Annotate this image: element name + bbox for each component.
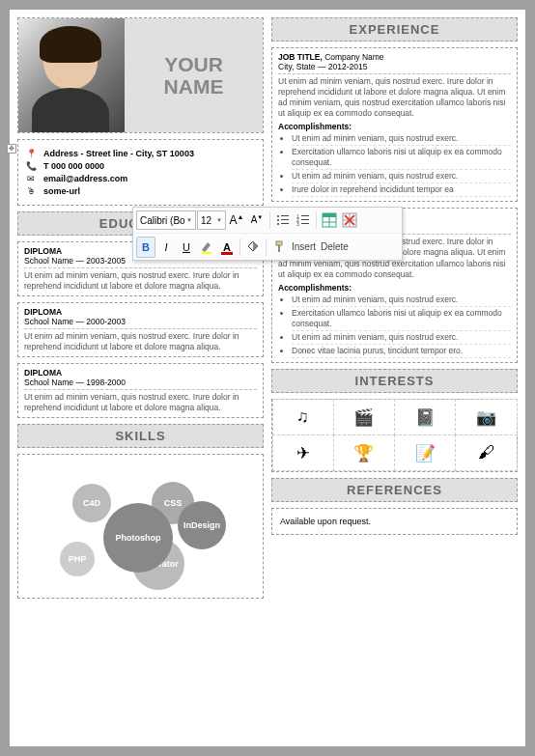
interests-grid[interactable]: ♫ 🎬 📓 📷 ✈ 🏆 📝 🖌	[271, 399, 518, 472]
skill-bubble: InDesign	[178, 501, 226, 549]
job-location: City, State — 2012-2015	[278, 62, 511, 74]
table-insert-icon[interactable]	[320, 210, 339, 231]
shading-button[interactable]	[243, 237, 263, 258]
chevron-down-icon: ▼	[216, 217, 222, 223]
plane-icon: ✈	[272, 434, 334, 471]
diploma-title: DIPLOMA	[24, 307, 257, 317]
interests-header[interactable]: INTERESTS	[271, 369, 518, 393]
grow-font-button[interactable]: A▲	[227, 210, 246, 231]
svg-point-2	[277, 219, 279, 221]
edu-body: Ut enim ad minim veniam, quis nostrud ex…	[24, 331, 257, 352]
mail-icon: ✉	[26, 174, 36, 183]
list-item: Ut enim ad minim veniam, quis nostrud ex…	[292, 132, 511, 146]
references-body[interactable]: Available upon request.	[271, 508, 518, 535]
font-color-button[interactable]: A	[217, 237, 237, 258]
svg-rect-1	[281, 215, 289, 216]
list-item: Ut enim ad minim veniam, quis nostrud ex…	[292, 331, 511, 345]
svg-text:3: 3	[296, 221, 299, 227]
svg-point-0	[277, 215, 279, 217]
music-icon: ♫	[272, 399, 334, 435]
experience-item[interactable]: JOB TITLE, Company Name City, State — 20…	[271, 47, 518, 202]
numbering-button[interactable]: 123	[294, 210, 313, 231]
skill-bubble: Photoshop	[103, 503, 173, 573]
bold-button[interactable]: B	[136, 237, 155, 258]
experience-header[interactable]: EXPERIENCE	[271, 17, 518, 42]
book-icon: 📓	[394, 399, 456, 435]
references-header[interactable]: REFERENCES	[271, 478, 518, 502]
accomplishments-list: Ut enim ad minim veniam, quis nostrud ex…	[278, 294, 511, 358]
document-page[interactable]: ✥ YOURNAME 📍Address - Street line - City…	[10, 10, 525, 746]
list-item: Ut enim ad minim veniam, quis nostrud ex…	[292, 170, 511, 183]
education-item[interactable]: DIPLOMA School Name — 1998-2000 Ut enim …	[17, 363, 264, 418]
list-item: Ut enim ad minim veniam, quis nostrud ex…	[292, 294, 511, 307]
film-icon: 🎬	[333, 399, 395, 435]
job-title: JOB TITLE,	[278, 52, 323, 62]
svg-rect-23	[276, 241, 282, 245]
education-item[interactable]: DIPLOMA School Name — 2000-2003 Ut enim …	[17, 302, 264, 357]
email-text: email@address.com	[43, 174, 127, 183]
svg-rect-21	[202, 252, 211, 254]
chevron-down-icon: ▼	[186, 217, 192, 223]
pin-icon: 📍	[26, 149, 36, 158]
svg-point-4	[277, 223, 279, 225]
skills-diagram[interactable]: C4D CSS Photoshop InDesign PHP Illustrat…	[17, 454, 264, 599]
address-text: Address - Street line - City, ST 10003	[43, 149, 194, 158]
url-text: some-url	[43, 186, 80, 196]
font-selector[interactable]: Calibri (Bo▼	[136, 210, 196, 230]
list-item: Irure dolor in reprehend incididunt temp…	[292, 183, 511, 197]
mouse-icon: 🖱	[26, 186, 36, 196]
font-size: 12	[201, 215, 211, 226]
svg-rect-5	[281, 223, 289, 224]
shrink-font-button[interactable]: A▼	[247, 210, 267, 231]
format-painter-button[interactable]	[269, 237, 289, 258]
diploma-title: DIPLOMA	[24, 368, 257, 378]
edu-body: Ut enim ad minim veniam, quis nostrud ex…	[24, 270, 257, 292]
company-name: Company Name	[323, 52, 384, 62]
table-move-handle[interactable]: ✥	[7, 144, 16, 154]
svg-rect-9	[301, 219, 309, 220]
phone-text: T 000 000 0000	[43, 161, 104, 171]
edit-icon: 📝	[394, 434, 456, 471]
skill-bubble: PHP	[60, 542, 95, 576]
list-item: Donec vitae lacinia purus, tincidunt tem…	[292, 345, 511, 358]
svg-rect-7	[301, 215, 309, 216]
font-name: Calibri (Bo	[140, 215, 185, 226]
phone-icon: 📞	[26, 161, 36, 171]
highlight-button[interactable]	[197, 237, 216, 258]
svg-rect-3	[281, 219, 289, 220]
profile-photo	[18, 18, 125, 132]
trophy-icon: 🏆	[333, 434, 395, 471]
job-body: Ut enim ad minim veniam, quis nostrud ex…	[278, 76, 511, 119]
references-text: Available upon request.	[280, 517, 371, 526]
font-size-selector[interactable]: 12▼	[197, 210, 226, 230]
accomplishments-label: Accomplishments:	[278, 283, 511, 293]
italic-button[interactable]: I	[156, 237, 176, 258]
edu-body: Ut enim ad minim veniam, quis nostrud ex…	[24, 392, 257, 413]
accomplishments-list: Ut enim ad minim veniam, quis nostrud ex…	[278, 132, 511, 197]
name-line2: NAME	[164, 75, 224, 98]
skills-header[interactable]: SKILLS	[17, 424, 264, 448]
svg-rect-24	[278, 245, 280, 252]
insert-label[interactable]: Insert	[292, 241, 316, 252]
name-line1: YOUR	[164, 53, 223, 75]
list-item: Exercitation ullamco laboris nisi ut ali…	[292, 146, 511, 170]
brush-icon: 🖌	[455, 434, 517, 471]
delete-label[interactable]: Delete	[321, 241, 349, 252]
school-line: School Name — 1998-2000	[24, 378, 257, 390]
list-item: Exercitation ullamco laboris nisi ut ali…	[292, 307, 511, 331]
bullets-button[interactable]	[273, 210, 293, 231]
name-box[interactable]: YOURNAME	[125, 18, 263, 132]
svg-rect-11	[301, 223, 309, 224]
contact-block[interactable]: 📍Address - Street line - City, ST 10003 …	[17, 139, 264, 206]
header-block[interactable]: YOURNAME	[17, 17, 264, 133]
school-line: School Name — 2000-2003	[24, 317, 257, 329]
accomplishments-label: Accomplishments:	[278, 122, 511, 131]
underline-button[interactable]: U	[177, 237, 196, 258]
svg-rect-22	[221, 252, 233, 255]
table-delete-icon[interactable]	[340, 210, 359, 231]
skill-bubble: C4D	[72, 484, 111, 522]
mini-toolbar[interactable]: Calibri (Bo▼ 12▼ A▲ A▼ 123 B I U A Inser…	[132, 207, 403, 261]
camera-icon: 📷	[455, 399, 517, 435]
